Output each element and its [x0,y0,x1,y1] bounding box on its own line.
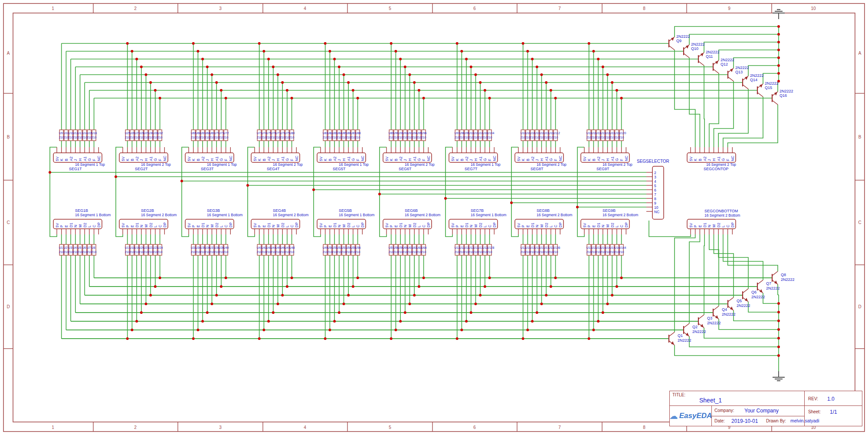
svg-text:P: P [257,225,262,227]
segment-column-9[interactable]: 5VKBA2JHA1GFNC16 Segment 2 TopSEG9T5VPED… [577,43,638,339]
svg-text:SEG2B: SEG2B [141,208,154,213]
segment-column-7[interactable]: 5VKBA2JHA1GFNC16 Segment 1 TopSEG7T5VPED… [445,43,506,339]
svg-text:B: B [64,158,69,161]
schematic-canvas[interactable]: 1122334455667788991010AABBCCDD5VKBA2JHA1… [0,0,868,435]
svg-text:A2: A2 [69,156,73,161]
schematic-sheet[interactable]: 1122334455667788991010AABBCCDD5VKBA2JHA1… [0,0,868,435]
svg-text:1: 1 [52,6,54,11]
svg-text:H: H [342,158,346,161]
svg-text:5V: 5V [55,156,59,161]
svg-text:N: N [205,225,210,227]
svg-text:C: C [858,220,861,225]
svg-text:5V: 5V [451,156,455,161]
svg-text:5V: 5V [689,223,693,227]
svg-text:U24: U24 [157,246,163,249]
segment-column-8[interactable]: 5VKBA2JHA1GFNC16 Segment 2 TopSEG8T5VPED… [511,43,572,339]
svg-text:E: E [460,225,464,227]
svg-text:SEG1B: SEG1B [75,208,88,213]
svg-text:Q9: Q9 [676,39,681,43]
svg-text:2N2222: 2N2222 [692,330,706,334]
svg-text:NC: NC [730,156,735,161]
svg-text:16 Segment 1 Bottom: 16 Segment 1 Bottom [471,213,506,217]
svg-text:F: F [158,159,162,161]
svg-text:F: F [726,159,730,161]
svg-text:16 Segment 1 Bottom: 16 Segment 1 Bottom [339,213,374,217]
segment-column-5[interactable]: 5VKBA2JHA1GFNC16 Segment 1 TopSEG5T5VPED… [314,43,374,339]
svg-text:2N2222: 2N2222 [735,66,749,70]
svg-text:5V: 5V [121,223,125,227]
svg-text:K: K [455,158,459,161]
svg-text:U5: U5 [78,246,82,249]
svg-text:P: P [389,225,393,227]
transistor-q10[interactable]: 2N2222Q10 [684,42,705,58]
svg-text:10: 10 [811,6,816,11]
transistor-q12[interactable]: 2N2222Q12 [713,58,734,73]
svg-text:16 Segment 2 Bottom: 16 Segment 2 Bottom [141,213,177,217]
svg-text:5V: 5V [187,223,191,227]
svg-text:F: F [290,159,294,161]
transistor-q15[interactable]: 2N2222Q15 [757,81,779,97]
svg-text:2N2222: 2N2222 [750,73,764,78]
svg-text:K: K [693,158,698,161]
segconbottom[interactable]: 5VPED1NMD2LCDPSEGCONBOTTOM16 Segment 2 B… [687,209,740,234]
svg-text:210: 210 [289,136,295,139]
svg-text:M: M [144,224,148,227]
svg-text:3: 3 [219,6,222,11]
svg-text:16 Segment 1 Bottom: 16 Segment 1 Bottom [207,213,242,217]
svg-text:DP: DP [492,222,497,227]
svg-text:B: B [328,158,332,161]
svg-text:8: 8 [643,6,645,11]
svg-text:4: 4 [304,6,306,11]
svg-text:3: 3 [654,175,656,179]
svg-text:5V: 5V [517,156,521,161]
svg-text:6: 6 [654,188,656,192]
svg-text:B: B [460,158,464,161]
sheet-value: 1/1 [830,409,837,415]
svg-text:M: M [78,224,82,227]
svg-text:N: N [707,225,711,227]
svg-text:U2: U2 [63,246,67,249]
svg-text:DP: DP [229,222,233,227]
svg-text:M: M [408,224,412,227]
svg-text:P: P [521,225,525,227]
segselector[interactable]: SEGSELECTOR2345678910NC [637,159,669,219]
svg-text:P: P [323,225,328,227]
svg-text:210: 210 [421,250,426,254]
segment-column-6[interactable]: 5VKBA2JHA1GFNC16 Segment 2 TopSEG6T5VPED… [380,43,440,339]
svg-text:P: P [455,225,459,227]
svg-text:A1: A1 [413,156,417,161]
transistor-q16[interactable]: 2N2222Q16 [772,89,793,105]
svg-text:M: M [540,224,544,227]
svg-text:U7: U7 [87,246,91,249]
svg-text:D2: D2 [544,223,549,227]
svg-text:U96: U96 [421,132,427,135]
svg-text:D1: D1 [201,223,205,227]
segment-column-3[interactable]: 5VKBA2JHA1GFNC16 Segment 1 TopSEG3T5VPED… [182,43,242,339]
svg-text:SEG5B: SEG5B [339,208,352,213]
svg-text:H: H [210,158,214,161]
segment-column-2[interactable]: 5VKBA2JHA1GFNC16 Segment 2 TopSEG2T5VPED… [116,43,177,339]
svg-text:210: 210 [92,250,97,254]
transistor-q8[interactable]: Q82N2222 [772,271,795,284]
svg-text:2N2222: 2N2222 [706,50,720,54]
title-label: TITLE: [672,392,685,397]
transistor-q9[interactable]: 2N2222Q9 [669,34,690,50]
svg-text:U9: U9 [59,132,63,135]
svg-text:F: F [224,159,228,161]
svg-text:SEG8B: SEG8B [537,208,550,213]
svg-text:J: J [601,159,605,161]
segment-column-4[interactable]: 5VKBA2JHA1GFNC16 Segment 2 TopSEG4T5VPED… [248,43,308,339]
svg-text:F: F [92,159,96,161]
svg-text:M: M [210,224,214,227]
svg-text:C: C [356,225,360,227]
svg-text:D1: D1 [531,223,535,227]
segment-column-1[interactable]: 5VKBA2JHA1GFNC16 Segment 1 TopSEG1T5VPED… [50,43,111,339]
svg-text:A1: A1 [215,156,219,161]
transistor-q14[interactable]: 2N2222Q14 [743,73,764,89]
svg-text:4: 4 [304,425,306,430]
svg-text:G: G [219,158,223,161]
transistor-q13[interactable]: 2N2222Q13 [728,66,749,81]
svg-text:5V: 5V [451,223,455,227]
segcontop[interactable]: 5VKBA2JHA1GFNC16 Segment 2 TopSEGCONTOP [687,147,736,171]
transistor-q11[interactable]: 2N2222Q11 [698,50,720,66]
